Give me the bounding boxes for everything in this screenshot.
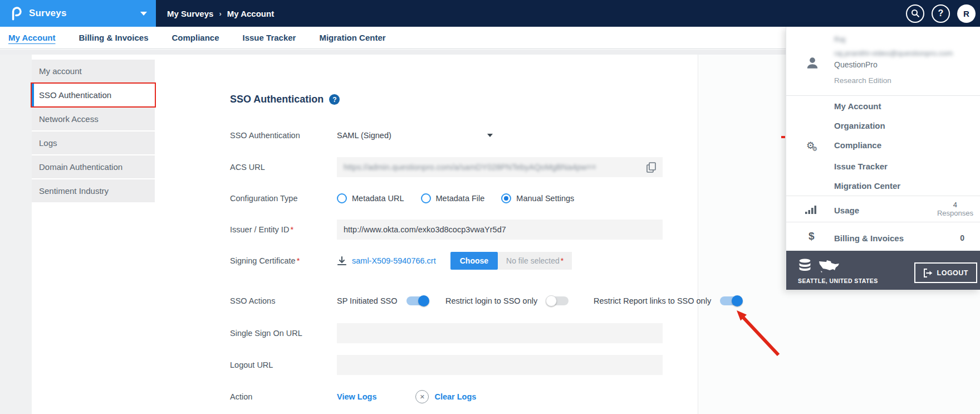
- left-gutter: [0, 55, 32, 414]
- action-label: Action: [230, 392, 337, 401]
- view-logs-link[interactable]: View Logs: [337, 392, 376, 401]
- sidebar-item-sentiment-industry[interactable]: Sentiment Industry: [32, 179, 155, 202]
- acs-url-label: ACS URL: [230, 163, 337, 172]
- panel-menu-billing-invoices[interactable]: Billing & Invoices: [834, 233, 904, 243]
- restrict-login-toggle[interactable]: [546, 296, 569, 305]
- breadcrumb-separator: ›: [219, 9, 221, 18]
- search-button[interactable]: [906, 4, 924, 23]
- sidebar-item-network-access[interactable]: Network Access: [32, 108, 155, 130]
- tab-billing-invoices[interactable]: Billing & Invoices: [79, 33, 148, 42]
- radio-label: Metadata File: [436, 194, 485, 203]
- radio-manual-settings[interactable]: Manual Settings: [501, 193, 574, 203]
- choose-file-button[interactable]: Choose: [450, 252, 498, 270]
- settings-sidebar: My account SSO Authentication Network Ac…: [32, 60, 155, 203]
- user-email: raj.pranithi-video@questionpro.com: [834, 49, 953, 57]
- product-switcher[interactable]: Surveys: [0, 0, 156, 27]
- person-icon: [805, 56, 820, 70]
- restrict-report-links-label: Restrict Report links to SSO only: [594, 296, 711, 305]
- usage-unit: Responses: [937, 209, 973, 217]
- radio-icon: [337, 193, 347, 203]
- toggle-knob: [546, 295, 557, 306]
- logout-icon: [923, 269, 933, 277]
- sso-type-value: SAML (Signed): [337, 131, 391, 140]
- radio-label: Metadata URL: [352, 194, 404, 203]
- panel-menu-organization[interactable]: Organization: [834, 121, 885, 130]
- tab-compliance[interactable]: Compliance: [171, 33, 219, 42]
- panel-menu-compliance[interactable]: Compliance: [834, 140, 881, 150]
- billing-count: 0: [960, 233, 964, 242]
- sso-type-label: SSO Authentication: [230, 131, 337, 140]
- logout-label: LOGOUT: [937, 269, 968, 277]
- restrict-login-label: Restrict login to SSO only: [445, 296, 537, 305]
- usage-bars-icon: [805, 205, 817, 215]
- sso-type-select[interactable]: SAML (Signed): [337, 131, 493, 140]
- single-sign-on-url-input[interactable]: [337, 323, 663, 343]
- single-sign-on-url-label: Single Sign On URL: [230, 329, 337, 338]
- tab-migration-center[interactable]: Migration Center: [319, 33, 385, 42]
- logout-url-label: Logout URL: [230, 361, 337, 369]
- usage-value: 4: [937, 201, 973, 209]
- panel-menu-usage[interactable]: Usage: [834, 206, 859, 215]
- panel-footer: SEATTLE, UNITED STATES LOGOUT: [786, 251, 980, 290]
- user-avatar[interactable]: R: [957, 4, 976, 23]
- red-annotation-arrow: [713, 301, 793, 371]
- tab-my-account[interactable]: My Account: [8, 33, 55, 42]
- red-annotation-mark: [781, 136, 785, 138]
- user-name: Raj: [834, 35, 845, 43]
- radio-checked-icon: [501, 193, 511, 203]
- usage-count: 4 Responses: [937, 201, 973, 217]
- acs-url-field: https://admin.questionpro.com/a/samDY028…: [337, 157, 663, 177]
- breadcrumb-my-account: My Account: [227, 9, 274, 18]
- chevron-down-icon[interactable]: [140, 12, 147, 16]
- issuer-value: http://www.okta.com/exko3d8cocp3vwaYr5d7: [344, 225, 506, 234]
- sidebar-item-my-account[interactable]: My account: [32, 60, 155, 82]
- clear-logs-link[interactable]: Clear Logs: [434, 392, 476, 401]
- database-icon: [798, 259, 812, 273]
- issuer-label: Issuer / Entity ID*: [230, 225, 337, 234]
- radio-label: Manual Settings: [516, 194, 574, 203]
- configuration-type-label: Configuration Type: [230, 194, 337, 203]
- user-edition: Research Edition: [834, 76, 891, 85]
- sidebar-item-logs[interactable]: Logs: [32, 131, 155, 154]
- sidebar-item-domain-authentication[interactable]: Domain Authentication: [32, 155, 155, 178]
- help-icon[interactable]: ?: [329, 94, 340, 105]
- radio-metadata-file[interactable]: Metadata File: [421, 193, 485, 203]
- location-text: SEATTLE, UNITED STATES: [798, 277, 878, 284]
- no-file-selected-text: No file selected*: [498, 252, 572, 270]
- product-name: Surveys: [29, 8, 67, 19]
- logout-url-input[interactable]: [337, 355, 663, 375]
- download-icon[interactable]: [337, 256, 347, 266]
- help-button[interactable]: ?: [932, 4, 950, 23]
- divider: [786, 222, 980, 222]
- dollar-icon: $: [808, 230, 815, 242]
- sso-actions-label: SSO Actions: [230, 296, 337, 305]
- logout-button[interactable]: LOGOUT: [914, 262, 977, 283]
- certificate-file-link[interactable]: saml-X509-5940766.crt: [352, 256, 436, 265]
- divider: [786, 95, 980, 96]
- issuer-input[interactable]: http://www.okta.com/exko3d8cocp3vwaYr5d7: [337, 220, 663, 240]
- tab-issue-tracker[interactable]: Issue Tracker: [243, 33, 296, 42]
- divider: [786, 196, 980, 196]
- sp-initiated-sso-label: SP Initiated SSO: [337, 296, 398, 305]
- gears-icon: ⚙⚙: [806, 140, 820, 152]
- us-map-icon: [819, 260, 840, 273]
- panel-menu-my-account[interactable]: My Account: [834, 101, 881, 111]
- clear-logs-icon[interactable]: ✕: [415, 390, 429, 403]
- search-icon: [911, 9, 920, 18]
- radio-metadata-url[interactable]: Metadata URL: [337, 193, 404, 203]
- breadcrumb-my-surveys[interactable]: My Surveys: [167, 9, 213, 18]
- breadcrumb: My Surveys › My Account: [167, 9, 274, 18]
- copy-icon[interactable]: [646, 162, 656, 173]
- acs-url-value: https://admin.questionpro.com/a/samDY028…: [344, 163, 596, 172]
- panel-menu-issue-tracker[interactable]: Issue Tracker: [834, 162, 888, 171]
- radio-icon: [421, 193, 431, 203]
- sp-initiated-sso-toggle[interactable]: [406, 296, 429, 305]
- toggle-knob: [418, 295, 429, 306]
- signing-certificate-label: Signing Certificate*: [230, 256, 337, 265]
- questionpro-logo-icon: [9, 6, 23, 21]
- panel-menu-migration-center[interactable]: Migration Center: [834, 181, 900, 191]
- sidebar-item-sso-authentication[interactable]: SSO Authentication: [32, 84, 155, 106]
- chevron-down-icon: [487, 134, 493, 137]
- page-title: SSO Authentication: [230, 94, 324, 105]
- user-organization: QuestionPro: [834, 60, 878, 69]
